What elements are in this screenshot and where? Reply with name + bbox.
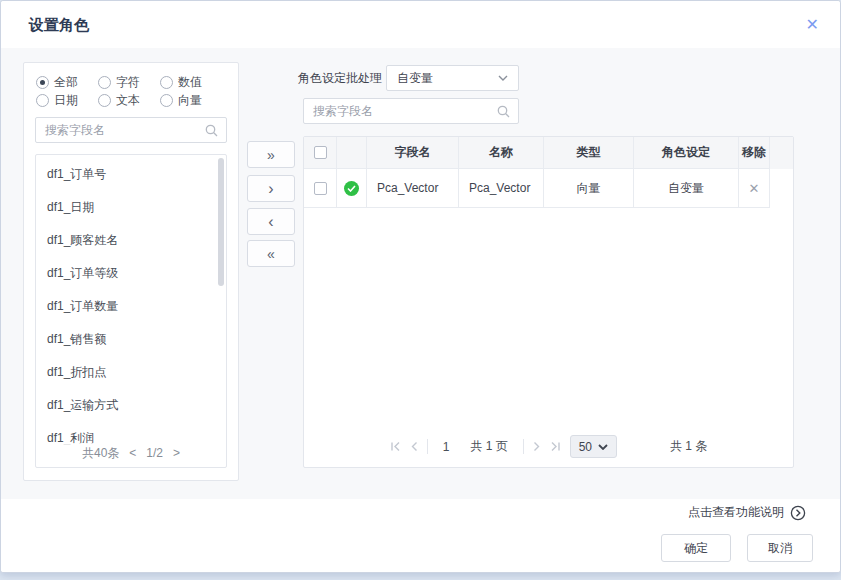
arrow-circle-icon — [790, 505, 806, 521]
type-filter-group: 全部 字符 数值 日期 文本 向量 — [24, 63, 238, 108]
header-name: 名称 — [459, 137, 544, 169]
selected-fields-table: 字段名 名称 类型 角色设定 移除 Pca_Vector Pca_Vector … — [303, 136, 794, 468]
field-search — [35, 117, 227, 143]
dialog-footer: 点击查看功能说明 确定 取消 — [1, 499, 840, 572]
total-pages: 共 1 页 — [470, 438, 507, 455]
radio-label: 字符 — [116, 74, 140, 91]
dialog-body: 全部 字符 数值 日期 文本 向量 df1_订单号 df1_日期 df1 — [1, 48, 840, 499]
help-link[interactable]: 点击查看功能说明 — [688, 504, 806, 521]
radio-date[interactable]: 日期 — [36, 92, 98, 109]
radio-numeric[interactable]: 数值 — [160, 74, 222, 91]
list-item[interactable]: df1_销售额 — [36, 323, 226, 356]
set-role-dialog: 设置角色 ✕ 全部 字符 数值 日期 文本 向量 — [0, 0, 841, 573]
radio-label: 文本 — [116, 92, 140, 109]
radio-all[interactable]: 全部 — [36, 74, 98, 91]
dialog-title: 设置角色 — [29, 1, 89, 48]
select-all-checkbox[interactable] — [314, 146, 327, 159]
table-row: Pca_Vector Pca_Vector 向量 自变量 ✕ — [304, 169, 793, 208]
radio-icon — [98, 94, 111, 107]
table-header-row: 字段名 名称 类型 角色设定 移除 — [304, 137, 793, 169]
list-item[interactable]: df1_日期 — [36, 191, 226, 224]
move-all-right-button[interactable]: » — [247, 141, 295, 168]
table-pager: 1 共 1 页 50 共 1 条 — [304, 435, 793, 458]
remove-row-icon[interactable]: ✕ — [749, 181, 760, 196]
radio-label: 向量 — [178, 92, 202, 109]
radio-icon — [36, 76, 49, 89]
radio-icon — [98, 76, 111, 89]
radio-label: 数值 — [178, 74, 202, 91]
radio-label: 日期 — [54, 92, 78, 109]
list-total-count: 共40条 — [82, 445, 119, 462]
list-item[interactable]: df1_运输方式 — [36, 389, 226, 422]
search-icon — [497, 105, 510, 118]
list-item[interactable]: df1_折扣点 — [36, 356, 226, 389]
header-remove: 移除 — [739, 137, 770, 169]
list-page-indicator: 1/2 — [146, 446, 163, 460]
batch-role-label: 角色设定批处理 — [298, 65, 382, 91]
header-role: 角色设定 — [634, 137, 739, 169]
search-icon — [205, 124, 218, 137]
page-size-value: 50 — [579, 440, 592, 454]
chevron-down-icon — [598, 444, 608, 450]
move-all-left-button[interactable]: « — [247, 240, 295, 267]
field-source-panel: 全部 字符 数值 日期 文本 向量 df1_订单号 df1_日期 df1 — [23, 62, 239, 481]
list-scrollbar[interactable] — [218, 158, 224, 286]
list-next-page-icon[interactable]: > — [173, 446, 180, 460]
move-right-button[interactable]: › — [247, 175, 295, 202]
check-circle-icon — [344, 181, 359, 196]
cell-role: 自变量 — [634, 169, 739, 208]
list-item[interactable]: df1_订单等级 — [36, 257, 226, 290]
next-page-icon[interactable] — [533, 441, 541, 452]
list-item[interactable]: df1_订单数量 — [36, 290, 226, 323]
table-search — [303, 98, 519, 124]
field-list-pager: 共40条 < 1/2 > — [36, 443, 226, 463]
cell-type: 向量 — [544, 169, 634, 208]
field-search-input[interactable] — [36, 118, 226, 142]
move-left-button[interactable]: ‹ — [247, 208, 295, 235]
cell-field: Pca_Vector — [367, 169, 459, 208]
batch-role-select[interactable]: 自变量 — [386, 65, 519, 91]
total-items: 共 1 条 — [670, 438, 707, 455]
radio-icon — [36, 94, 49, 107]
header-field: 字段名 — [367, 137, 459, 169]
chevron-down-icon — [498, 75, 508, 81]
table-search-input[interactable] — [304, 99, 518, 123]
radio-vector[interactable]: 向量 — [160, 92, 222, 109]
row-checkbox[interactable] — [314, 182, 327, 195]
first-page-icon[interactable] — [390, 441, 401, 452]
radio-icon — [160, 76, 173, 89]
batch-role-value: 自变量 — [397, 70, 433, 87]
dialog-header: 设置角色 ✕ — [1, 1, 840, 48]
cancel-button[interactable]: 取消 — [747, 534, 813, 562]
help-link-label: 点击查看功能说明 — [688, 504, 784, 521]
field-list: df1_订单号 df1_日期 df1_顾客姓名 df1_订单等级 df1_订单数… — [35, 154, 227, 468]
prev-page-icon[interactable] — [410, 441, 418, 452]
current-page: 1 — [443, 440, 450, 454]
cell-name: Pca_Vector — [459, 169, 544, 208]
header-type: 类型 — [544, 137, 634, 169]
page-size-select[interactable]: 50 — [570, 435, 617, 458]
status-column-header — [337, 137, 367, 169]
last-page-icon[interactable] — [550, 441, 561, 452]
radio-text[interactable]: 文本 — [98, 92, 160, 109]
confirm-button[interactable]: 确定 — [661, 534, 731, 562]
list-item[interactable]: df1_订单号 — [36, 158, 226, 191]
list-item[interactable]: df1_顾客姓名 — [36, 224, 226, 257]
list-prev-page-icon[interactable]: < — [129, 446, 136, 460]
radio-label: 全部 — [54, 74, 78, 91]
radio-icon — [160, 94, 173, 107]
close-icon[interactable]: ✕ — [806, 1, 819, 48]
radio-char[interactable]: 字符 — [98, 74, 160, 91]
